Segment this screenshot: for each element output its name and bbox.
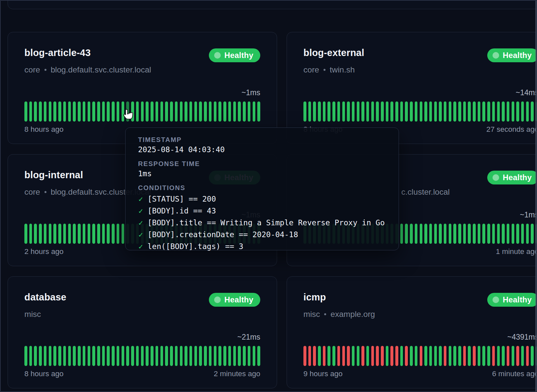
bar-up[interactable] [78, 346, 81, 366]
bar-down[interactable] [371, 346, 374, 366]
bar-up[interactable] [512, 101, 515, 122]
bar-up[interactable] [160, 101, 163, 122]
bar-up[interactable] [487, 224, 490, 244]
bar-up[interactable] [238, 346, 241, 366]
bar-up[interactable] [243, 346, 246, 366]
bar-up[interactable] [34, 224, 37, 244]
bar-up[interactable] [502, 101, 505, 122]
bar-up[interactable] [146, 101, 149, 122]
bar-up[interactable] [502, 346, 505, 366]
bar-up[interactable] [107, 346, 110, 366]
bar-up[interactable] [366, 101, 369, 122]
bar-up[interactable] [371, 101, 374, 122]
bar-up[interactable] [521, 346, 524, 366]
bar-up[interactable] [112, 101, 115, 122]
bar-up[interactable] [92, 224, 95, 244]
bar-up[interactable] [420, 224, 423, 244]
bar-up[interactable] [58, 224, 61, 244]
bar-up[interactable] [39, 101, 42, 122]
bar-up[interactable] [83, 101, 86, 122]
bar-up[interactable] [337, 101, 340, 122]
bar-up[interactable] [458, 346, 461, 366]
bar-up[interactable] [92, 101, 95, 122]
bar-up[interactable] [415, 346, 418, 366]
bar-down[interactable] [308, 346, 311, 366]
bar-up[interactable] [155, 346, 158, 366]
uptime-bars[interactable] [303, 346, 537, 366]
bar-up[interactable] [357, 346, 360, 366]
bar-up[interactable] [516, 101, 519, 122]
bar-up[interactable] [424, 346, 427, 366]
bar-up[interactable] [361, 101, 364, 122]
bar-up[interactable] [507, 101, 510, 122]
bar-up[interactable] [117, 224, 120, 244]
bar-up[interactable] [73, 101, 76, 122]
bar-up[interactable] [313, 101, 316, 122]
bar-up[interactable] [521, 101, 524, 122]
bar-up[interactable] [136, 346, 139, 366]
bar-up[interactable] [199, 101, 202, 122]
bar-up[interactable] [112, 346, 115, 366]
bar-up[interactable] [151, 346, 154, 366]
bar-up[interactable] [160, 346, 163, 366]
bar-up[interactable] [209, 101, 212, 122]
bar-up[interactable] [184, 101, 187, 122]
bar-up[interactable] [88, 224, 91, 244]
bar-up[interactable] [73, 224, 76, 244]
bar-up[interactable] [233, 101, 236, 122]
bar-up[interactable] [386, 346, 389, 366]
bar-up[interactable] [243, 101, 246, 122]
bar-down[interactable] [420, 346, 423, 366]
bar-up[interactable] [526, 224, 529, 244]
bar-up[interactable] [175, 346, 178, 366]
bar-up[interactable] [458, 224, 461, 244]
bar-up[interactable] [347, 101, 350, 122]
bar-up[interactable] [24, 346, 27, 366]
scrollbar[interactable] [535, 0, 537, 392]
bar-up[interactable] [415, 101, 418, 122]
bar-up[interactable] [253, 346, 256, 366]
bar-up[interactable] [88, 101, 91, 122]
card-blog-external[interactable]: blog-external core twin.sh Healthy ~14ms… [287, 32, 537, 144]
bar-up[interactable] [415, 224, 418, 244]
bar-up[interactable] [184, 346, 187, 366]
bar-down[interactable] [463, 346, 466, 366]
bar-up[interactable] [434, 346, 437, 366]
bar-up[interactable] [257, 346, 260, 366]
bar-up[interactable] [214, 101, 217, 122]
bar-down[interactable] [347, 346, 350, 366]
bar-up[interactable] [497, 224, 500, 244]
bar-up[interactable] [332, 101, 335, 122]
bar-up[interactable] [112, 224, 115, 244]
bar-up[interactable] [439, 224, 442, 244]
bar-up[interactable] [155, 101, 158, 122]
bar-up[interactable] [107, 101, 110, 122]
bar-up[interactable] [429, 346, 432, 366]
bar-up[interactable] [386, 101, 389, 122]
bar-down[interactable] [381, 346, 384, 366]
bar-up[interactable] [92, 346, 95, 366]
bar-up[interactable] [68, 101, 71, 122]
bar-down[interactable] [526, 346, 529, 366]
bar-up[interactable] [303, 101, 306, 122]
bar-up[interactable] [141, 346, 144, 366]
bar-up[interactable] [497, 346, 500, 366]
bar-down[interactable] [376, 346, 379, 366]
bar-up[interactable] [468, 101, 471, 122]
bar-up[interactable] [24, 101, 27, 122]
bar-up[interactable] [487, 101, 490, 122]
bar-up[interactable] [531, 101, 534, 122]
bar-up[interactable] [449, 224, 452, 244]
bar-up[interactable] [463, 101, 466, 122]
bar-down[interactable] [303, 346, 306, 366]
bar-up[interactable] [141, 101, 144, 122]
bar-up[interactable] [29, 346, 32, 366]
bar-up[interactable] [478, 346, 481, 366]
bar-up[interactable] [49, 224, 52, 244]
bar-up[interactable] [146, 346, 149, 366]
bar-up[interactable] [131, 346, 134, 366]
bar-up[interactable] [482, 224, 485, 244]
bar-down[interactable] [405, 346, 408, 366]
bar-up[interactable] [228, 101, 231, 122]
bar-up[interactable] [180, 346, 183, 366]
